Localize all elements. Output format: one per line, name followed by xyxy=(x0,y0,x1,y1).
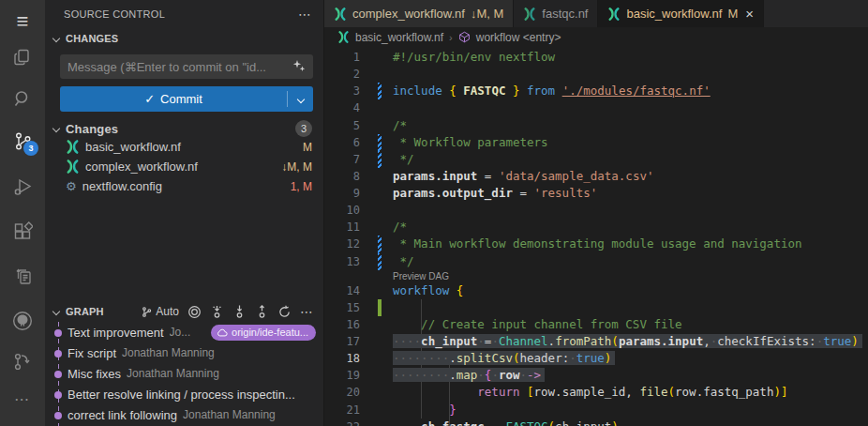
changes-tree-header[interactable]: Changes 3 xyxy=(45,118,323,139)
sidebar-item-extensions[interactable] xyxy=(0,216,45,248)
code-line-8[interactable]: 8params.input = 'data/sample_data.csv' xyxy=(324,168,868,185)
line-number: 17 xyxy=(324,333,360,350)
codelens-action[interactable]: Preview DAG xyxy=(324,270,868,282)
commit-dropdown-button[interactable] xyxy=(288,96,313,103)
remote-ref-label: origin/ide-featu... xyxy=(232,327,308,338)
tab-basic-workflow-active[interactable]: basic_workflow.nf M × xyxy=(598,0,764,27)
graph-target-button[interactable] xyxy=(187,305,202,319)
extensions-icon xyxy=(12,221,33,242)
breadcrumb-symbol[interactable]: workflow <entry> xyxy=(476,31,561,44)
selection-highlight: ········.map·{·row·-> xyxy=(393,368,545,382)
tab-complex-workflow[interactable]: complex_workflow.nf ↓M, M xyxy=(324,0,514,27)
commit-dot-icon xyxy=(54,391,62,399)
file-row-nextflow-config[interactable]: ⚙ nextflow.config 1, M xyxy=(45,176,323,196)
push-icon xyxy=(255,305,269,319)
commit-title: Text improvement xyxy=(67,326,164,340)
nextflow-icon xyxy=(607,8,621,21)
commit-row[interactable]: Misc fixes Jonathan Manning xyxy=(45,363,323,384)
sidebar-item-pull-requests[interactable] xyxy=(0,261,45,293)
changes-section-header[interactable]: CHANGES xyxy=(45,28,323,49)
line-number: 22 xyxy=(324,418,360,426)
commit-row[interactable]: Fix script Jonathan Manning xyxy=(45,342,323,363)
code-line-17[interactable]: 17····ch_input·=·Channel.fromPath(params… xyxy=(324,333,868,350)
activity-more-button[interactable]: ⋯ xyxy=(0,383,45,415)
code-line-7[interactable]: 7 */ xyxy=(324,151,868,168)
code-line-20[interactable]: 20 return [row.sample_id, file(row.fastq… xyxy=(324,384,868,401)
cloud-icon xyxy=(217,328,228,337)
gutter-modified-indicator xyxy=(378,83,382,99)
changes-count-badge: 3 xyxy=(295,120,312,137)
code-text: include { FASTQC } from './modules/fastq… xyxy=(393,83,711,99)
file-name: basic_workflow.nf xyxy=(85,140,297,154)
close-icon[interactable]: × xyxy=(745,7,754,21)
commit-row[interactable]: correct link following Jonathan Manning xyxy=(45,404,323,425)
line-number: 12 xyxy=(324,236,360,252)
sidebar-item-github[interactable] xyxy=(0,305,45,337)
line-number: 6 xyxy=(324,134,360,151)
sidebar-item-search[interactable] xyxy=(0,83,45,114)
code-text: ····ch_input·=·Channel.fromPath(params.i… xyxy=(393,333,862,350)
sidebar-item-git-graph[interactable] xyxy=(0,345,45,377)
line-number: 2 xyxy=(324,66,360,83)
code-line-13[interactable]: 13 */ xyxy=(324,253,868,270)
tab-label: complex_workflow.nf xyxy=(352,7,465,21)
commit-title: Fix script xyxy=(67,346,116,360)
code-text: } xyxy=(393,402,456,418)
graph-section-label: GRAPH xyxy=(66,306,104,317)
code-line-4[interactable]: 4 xyxy=(324,99,868,116)
chevron-down-icon xyxy=(52,125,60,132)
file-row-basic-workflow[interactable]: basic_workflow.nf M xyxy=(45,137,323,157)
graph-section-header[interactable]: GRAPH Auto ⋯ xyxy=(45,301,323,322)
gutter-added-indicator xyxy=(378,299,382,316)
code-line-14[interactable]: 14workflow { xyxy=(324,282,868,299)
code-line-11[interactable]: 11/* xyxy=(324,219,868,236)
code-text: return [row.sample_id, file(row.fastq_pa… xyxy=(393,384,787,401)
menu-button[interactable]: ≡ xyxy=(0,6,45,38)
code-line-3[interactable]: 3include { FASTQC } from './modules/fast… xyxy=(324,83,868,99)
editor-group: complex_workflow.nf ↓M, M fastqc.nf basi… xyxy=(323,0,868,426)
graph-pull-button[interactable] xyxy=(232,305,247,319)
copilot-sparkle-icon[interactable] xyxy=(292,59,307,78)
code-line-15[interactable]: 15 xyxy=(324,299,868,316)
code-line-6[interactable]: 6 * Workflow parameters xyxy=(324,134,868,151)
nextflow-icon xyxy=(334,8,347,21)
code-line-21[interactable]: 21 } xyxy=(324,402,868,418)
code-editor[interactable]: 1#!/usr/bin/env nextflow23include { FAST… xyxy=(324,47,868,426)
panel-more-button[interactable]: ⋯ xyxy=(298,7,312,22)
sidebar-item-source-control[interactable]: 3 xyxy=(0,125,45,157)
branch-icon xyxy=(141,306,153,318)
file-name: nextflow.config xyxy=(82,179,285,193)
line-number: 20 xyxy=(324,384,360,401)
commit-message-input[interactable]: Message (⌘Enter to commit on "id... xyxy=(60,54,313,79)
sidebar-item-explorer[interactable] xyxy=(0,41,45,73)
code-line-1[interactable]: 1#!/usr/bin/env nextflow xyxy=(324,49,868,66)
graph-more-button[interactable]: ⋯ xyxy=(300,304,314,319)
code-line-5[interactable]: 5/* xyxy=(324,117,868,134)
graph-fetch-button[interactable] xyxy=(210,305,224,319)
code-line-12[interactable]: 12 * Main workflow demonstrating module … xyxy=(324,236,868,252)
graph-actions: Auto ⋯ xyxy=(141,304,314,319)
commit-button[interactable]: ✓ Commit xyxy=(60,86,313,112)
tab-fastqc[interactable]: fastqc.nf xyxy=(514,0,598,27)
remote-ref-badge[interactable]: origin/ide-featu... xyxy=(211,325,316,341)
code-line-19[interactable]: 19········.map·{·row·-> xyxy=(324,367,868,384)
code-line-2[interactable]: 2 xyxy=(324,66,868,83)
graph-refresh-button[interactable] xyxy=(277,305,292,319)
code-line-10[interactable]: 10 xyxy=(324,202,868,219)
code-line-18[interactable]: 18········.splitCsv(header:·true) xyxy=(324,350,868,367)
code-line-22[interactable]: 22 ch_fastqc = FASTQC(ch_input) xyxy=(324,418,868,426)
code-line-9[interactable]: 9params.output_dir = 'results' xyxy=(324,185,868,202)
line-number: 8 xyxy=(324,168,360,185)
code-line-16[interactable]: 16 // Create input channel from CSV file xyxy=(324,316,868,333)
file-row-complex-workflow[interactable]: complex_workflow.nf ↓M, M xyxy=(45,157,323,176)
run-debug-icon xyxy=(12,176,34,198)
sidebar-item-run-debug[interactable] xyxy=(0,171,45,203)
commit-row[interactable]: Better resolve linking / process inspect… xyxy=(45,384,323,404)
graph-auto-button[interactable]: Auto xyxy=(141,305,179,318)
tab-bar: complex_workflow.nf ↓M, M fastqc.nf basi… xyxy=(324,0,868,27)
line-number: 13 xyxy=(324,253,360,270)
commit-author: Jonathan Manning xyxy=(183,408,276,421)
commit-row[interactable]: Text improvement Jo... origin/ide-featu.… xyxy=(45,322,323,342)
breadcrumb-file[interactable]: basic_workflow.nf xyxy=(355,31,443,44)
graph-push-button[interactable] xyxy=(255,305,269,319)
